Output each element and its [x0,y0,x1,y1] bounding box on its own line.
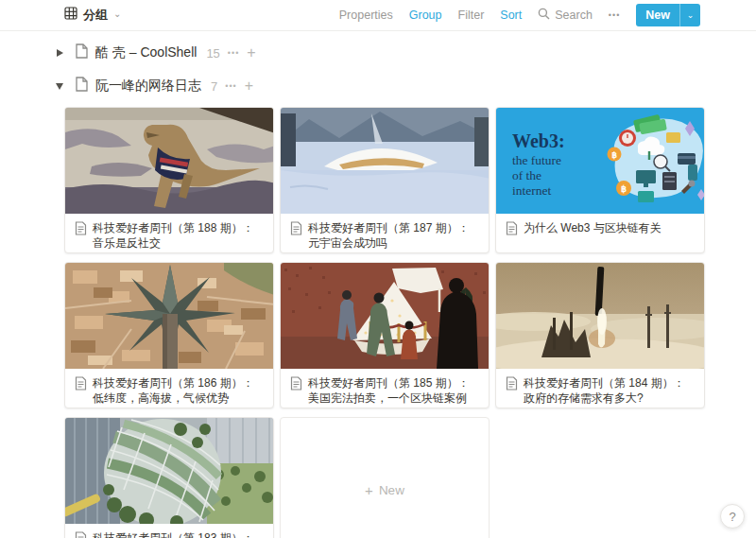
cover-trex-sweater-museum [65,108,273,214]
view-name: 分组 [83,7,108,24]
search-button[interactable]: Search [538,8,593,23]
group-header-coolshell[interactable]: 酷 壳 – CoolShell 15 ••• + [52,42,756,64]
group-title: 阮一峰的网络日志 [95,78,201,95]
new-button-label[interactable]: New [636,4,679,26]
page-icon [75,376,87,394]
cover-sagrada-star-aerial [65,263,273,369]
search-label: Search [555,9,593,22]
group-title: 酷 壳 – CoolShell [95,44,197,61]
gallery-card-184[interactable]: 科技爱好者周刊（第 184 期）：政府的存储需求有多大? [495,262,705,408]
gallery-card-187[interactable]: 科技爱好者周刊（第 187 期）：元宇宙会成功吗 [280,107,490,253]
card-title: 科技爱好者周刊（第 186 期）：低纬度，高海拔，气候优势 [93,375,264,406]
group-add-icon[interactable]: + [245,78,253,94]
page-icon [290,376,302,394]
gallery-card-188[interactable]: 科技爱好者周刊（第 188 期）：音乐是反社交 [64,107,274,253]
new-button-caret[interactable]: ⌄ [679,4,700,26]
help-button[interactable]: ? [720,504,745,529]
cover-helix-building-aerial [65,418,273,524]
chevron-down-icon: ⌄ [113,9,121,19]
gallery-card-web3[interactable]: ฿ ฿ Web3: [495,107,705,253]
cover-lit-tent-plaza [281,263,489,369]
collapse-toggle-icon[interactable] [52,78,67,94]
gallery-card-183[interactable]: 科技爱好者周刊（第 183 期）：腾讯的员工退休福利 [64,417,274,538]
card-title: 为什么 Web3 与区块链有关 [524,220,662,235]
web3-cover-line3: of the [512,168,541,182]
toolbar: 分组 ⌄ Properties Group Filter Sort Search… [0,0,756,31]
page-icon [290,221,302,239]
chevron-down-icon: ⌄ [687,10,695,20]
gallery-card-186[interactable]: 科技爱好者周刊（第 186 期）：低纬度，高海拔，气候优势 [64,262,274,408]
new-button[interactable]: New ⌄ [636,4,700,26]
group-more-icon[interactable]: ••• [228,48,239,58]
page-icon [75,77,88,95]
group-more-icon[interactable]: ••• [225,81,236,91]
card-title: 科技爱好者周刊（第 183 期）：腾讯的员工退休福利 [93,530,264,538]
group-button[interactable]: Group [409,9,442,22]
cover-rocket-launch-fog [496,263,704,369]
group-add-icon[interactable]: + [247,45,255,61]
web3-cover-line1: Web3: [512,130,565,151]
cover-snow-stadium [281,108,489,214]
more-options-icon[interactable]: ••• [609,10,620,20]
card-title: 科技爱好者周刊（第 188 期）：音乐是反社交 [93,220,264,251]
page-icon [75,43,88,62]
plus-icon: + [365,482,373,498]
help-label: ? [729,510,735,524]
card-title: 科技爱好者周刊（第 184 期）：政府的存储需求有多大? [524,375,695,406]
group-count: 15 [206,46,219,61]
svg-text:฿: ฿ [611,150,617,160]
card-title: 科技爱好者周刊（第 185 期）：美国宪法拍卖，一个区块链案例 [308,375,479,406]
cover-web3-infographic: ฿ ฿ Web3: [496,108,704,214]
page-icon [506,221,518,239]
expand-toggle-icon[interactable] [52,45,67,61]
web3-cover-line2: the future [512,153,561,167]
properties-button[interactable]: Properties [339,9,393,22]
new-card-label: New [379,483,404,497]
gallery-grid: 科技爱好者周刊（第 188 期）：音乐是反社交 [64,107,705,538]
view-switcher[interactable]: 分组 ⌄ [64,7,121,24]
table-view-icon [64,7,77,24]
sort-button[interactable]: Sort [500,9,522,22]
group-header-ruanyifeng[interactable]: 阮一峰的网络日志 7 ••• + [52,75,756,97]
group-count: 7 [211,79,217,94]
svg-text:฿: ฿ [621,183,627,194]
card-title: 科技爱好者周刊（第 187 期）：元宇宙会成功吗 [308,220,479,251]
filter-button[interactable]: Filter [458,9,485,22]
page-icon [75,221,87,239]
toolbar-actions: Properties Group Filter Sort Search ••• … [339,4,700,26]
page-icon [506,376,518,394]
new-card-button[interactable]: + New [280,417,490,538]
page-icon [75,531,87,538]
gallery-card-185[interactable]: 科技爱好者周刊（第 185 期）：美国宪法拍卖，一个区块链案例 [280,262,490,408]
web3-cover-line4: internet [512,183,551,198]
board-content: 酷 壳 – CoolShell 15 ••• + 阮一峰的网络日志 7 ••• … [0,42,756,538]
search-icon [538,8,550,23]
